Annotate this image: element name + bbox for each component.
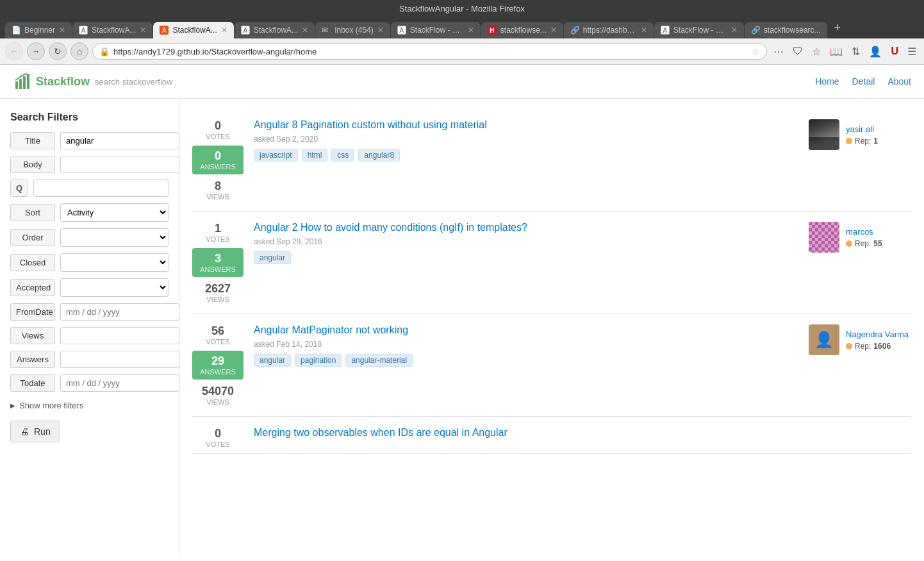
author-avatar — [809, 119, 839, 150]
tab-close-icon[interactable]: ✕ — [140, 26, 146, 35]
rep-dot-icon — [846, 138, 852, 144]
refresh-button[interactable]: ↻ — [49, 42, 67, 60]
show-more-filters[interactable]: ▶ Show more filters — [10, 398, 169, 413]
tab-stackoverflow-search[interactable]: A StackFlow - Sea... ✕ — [391, 22, 481, 38]
nav-links: Home Detail About — [815, 76, 911, 87]
tab-close-icon[interactable]: ✕ — [641, 26, 647, 35]
tab-close-icon[interactable]: ✕ — [302, 26, 308, 35]
question-title[interactable]: Angular 2 How to avoid many conditions (… — [254, 222, 798, 233]
avatar-image — [809, 222, 839, 253]
filter-label-body: Body — [10, 156, 55, 173]
tag[interactable]: angular8 — [358, 149, 400, 162]
tab-close-icon[interactable]: ✕ — [731, 26, 738, 35]
tab-hypothesis[interactable]: H stackflowse... ✕ — [481, 22, 563, 38]
author-avatar — [809, 222, 839, 253]
back-button[interactable]: ← — [5, 42, 23, 60]
new-tab-button[interactable]: + — [828, 17, 848, 38]
nav-home[interactable]: Home — [815, 76, 839, 87]
filter-input-fromdate[interactable] — [60, 303, 179, 321]
filter-input-views[interactable] — [60, 327, 179, 344]
forward-button[interactable]: → — [27, 42, 45, 60]
browser-titlebar: StackflowAngular - Mozilla Firefox — [5, 4, 919, 17]
tab-stackflow-active[interactable]: A StackflowA... ✕ — [153, 22, 233, 38]
tab-close-icon[interactable]: ✕ — [550, 26, 557, 35]
question-stats: 56 VOTES 29 ANSWERS 54070 VIEWS — [192, 324, 243, 406]
views-number: 54070 — [202, 385, 234, 398]
tab-favicon: A — [661, 26, 670, 35]
question-title[interactable]: Merging two observables when IDs are equ… — [254, 427, 911, 439]
tab-inbox[interactable]: ✉ Inbox (454) ✕ — [315, 22, 390, 38]
votes-label: VOTES — [206, 338, 229, 346]
filter-select-closed[interactable]: true false — [60, 253, 169, 272]
tab-label: stackflowsearc... — [764, 26, 821, 35]
profile-icon[interactable]: 👤 — [866, 44, 884, 59]
rep-dot-icon — [846, 343, 852, 349]
views-number: 8 — [206, 180, 229, 193]
filter-input-q[interactable] — [33, 180, 169, 197]
views-label: VIEWS — [206, 193, 229, 201]
browser-toolbar: ← → ↻ ⌂ 🔒 https://andy1729.github.io/Sta… — [0, 38, 924, 65]
star-icon[interactable]: ☆ — [809, 44, 823, 59]
tag[interactable]: angular — [254, 354, 291, 367]
synced-tabs-icon[interactable]: ⇅ — [849, 44, 862, 59]
tab-search-last[interactable]: 🔗 stackflowsearc... — [745, 22, 827, 38]
tab-close-icon[interactable]: ✕ — [59, 26, 65, 35]
author-rep: Rep: 55 — [846, 239, 882, 248]
tab-stackflow-1[interactable]: A StackflowA... ✕ — [72, 22, 153, 38]
filter-select-accepted[interactable]: true false — [60, 278, 169, 297]
votes-number: 1 — [206, 222, 229, 235]
question-tags: javascript html css angular8 — [254, 149, 798, 162]
tab-stackflow-3[interactable]: A StackFlow - Se... ✕ — [654, 22, 744, 38]
author-rep: Rep: 1 — [846, 137, 878, 146]
bookmark-icon[interactable]: ☆ — [752, 46, 760, 56]
filter-label-closed: Closed — [10, 254, 55, 271]
author-name[interactable]: yasir ali — [846, 124, 878, 134]
tab-close-icon[interactable]: ✕ — [468, 26, 474, 35]
question-stats: 0 VOTES — [192, 427, 243, 448]
extensions-icon[interactable]: ⋯ — [771, 44, 786, 59]
question-title[interactable]: Angular 8 Pagination custom without usin… — [254, 119, 798, 131]
tag[interactable]: html — [302, 149, 328, 162]
views-block: 54070 VIEWS — [202, 385, 234, 406]
home-button[interactable]: ⌂ — [70, 42, 88, 60]
menu-icon[interactable]: ☰ — [905, 44, 919, 59]
nav-about[interactable]: About — [887, 76, 911, 87]
rep-value: 1 — [873, 137, 878, 146]
ublockorigin-icon[interactable]: U — [888, 44, 901, 58]
filter-select-sort[interactable]: Activity Votes Creation Relevance — [60, 203, 169, 222]
filter-input-answers[interactable] — [60, 351, 179, 368]
views-label: VIEWS — [202, 398, 234, 406]
filter-select-order[interactable]: Desc Asc — [60, 228, 169, 247]
shield-icon[interactable]: 🛡 — [790, 44, 805, 58]
run-button[interactable]: 🖨 Run — [10, 421, 60, 442]
tag[interactable]: css — [331, 149, 354, 162]
author-name[interactable]: Nagendra Varma — [846, 330, 909, 339]
tab-close-icon[interactable]: ✕ — [221, 26, 227, 35]
answers-badge: 0 ANSWERS — [192, 146, 243, 174]
tag[interactable]: angular — [254, 251, 291, 264]
tab-dashboard[interactable]: 🔗 https://dashbo... ✕ — [564, 22, 654, 38]
author-info: Nagendra Varma Rep: 1606 — [846, 330, 909, 351]
tab-beginner[interactable]: 📄 Beginner ✕ — [5, 22, 72, 38]
svg-rect-3 — [27, 74, 29, 89]
filter-row-q: Q — [10, 180, 169, 197]
filter-input-title[interactable] — [60, 132, 179, 149]
tag[interactable]: pagination — [295, 354, 342, 367]
views-label: VIEWS — [205, 296, 231, 303]
author-info: yasir ali Rep: 1 — [846, 124, 878, 146]
question-stats: 1 VOTES 3 ANSWERS 2627 VIEWS — [192, 222, 243, 303]
filter-input-body[interactable] — [60, 156, 179, 173]
tag[interactable]: angular-material — [345, 354, 413, 367]
reading-icon[interactable]: 📖 — [827, 44, 845, 59]
question-title[interactable]: Angular MatPaginator not working — [254, 324, 798, 336]
tag[interactable]: javascript — [254, 149, 298, 162]
tab-label: Beginner — [24, 26, 55, 35]
author-name[interactable]: marcos — [846, 227, 882, 237]
tab-favicon: A — [160, 26, 169, 35]
filter-row-answers: Answers — [10, 351, 169, 368]
tab-close-icon[interactable]: ✕ — [377, 26, 384, 35]
nav-detail[interactable]: Detail — [852, 76, 875, 87]
filter-input-todate[interactable] — [60, 374, 179, 392]
tab-stackflow-2[interactable]: A StackflowA... ✕ — [235, 22, 315, 38]
address-input[interactable]: https://andy1729.github.io/Stackoverflow… — [113, 47, 748, 56]
